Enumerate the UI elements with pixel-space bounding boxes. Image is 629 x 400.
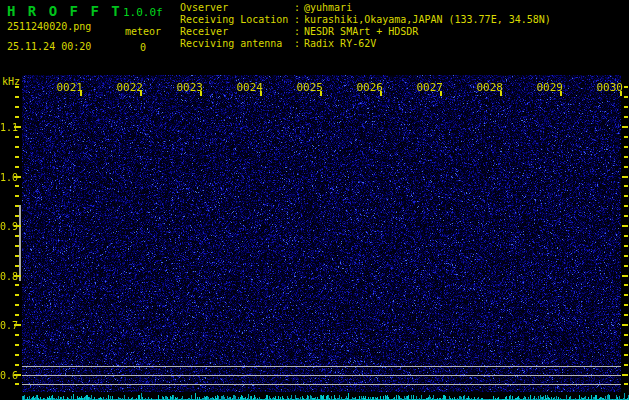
- y-minor-tick-left: [15, 344, 19, 346]
- y-minor-tick-left: [15, 146, 19, 148]
- y-minor-tick-left: [15, 106, 19, 108]
- y-minor-tick-left: [15, 255, 19, 257]
- x-axis-time-label: 0027: [411, 81, 443, 94]
- station-value: Radix RY-62V: [304, 38, 376, 49]
- y-minor-tick-right: [624, 146, 628, 148]
- station-value: NESDR SMArt + HDSDR: [304, 26, 418, 37]
- y-axis-label: 0.9: [0, 221, 14, 232]
- y-minor-tick-left: [15, 116, 19, 118]
- hrofft-output-screen: H R O F F T 1.0.0f 2511240020.png 25.11.…: [0, 0, 629, 400]
- y-minor-tick-right: [624, 344, 628, 346]
- x-axis-time-label: 0030: [591, 81, 623, 94]
- y-axis-label: 1.0: [0, 172, 14, 183]
- station-row-observer: Ovserver:@yuhmari: [180, 2, 551, 14]
- spectrogram-canvas: [22, 75, 621, 392]
- y-axis-label: 1.1: [0, 122, 14, 133]
- y-minor-tick-left: [15, 215, 19, 217]
- colon-separator: :: [294, 2, 304, 13]
- capture-datetime: 25.11.24 00:20: [7, 42, 91, 52]
- x-axis-time-label: 0024: [231, 81, 263, 94]
- y-minor-tick-right: [624, 205, 628, 207]
- signal-level-meter-canvas: [22, 392, 629, 400]
- colon-separator: :: [294, 26, 304, 37]
- y-minor-tick-left: [15, 383, 19, 385]
- y-major-tick-right: [622, 324, 628, 326]
- y-major-tick-right: [622, 176, 628, 178]
- y-minor-tick-left: [15, 334, 19, 336]
- y-minor-tick-right: [624, 166, 628, 168]
- y-axis-label: 0.8: [0, 271, 14, 282]
- x-axis-time-label: 0025: [291, 81, 323, 94]
- y-minor-tick-left: [15, 185, 19, 187]
- y-major-tick-right: [622, 374, 628, 376]
- meteor-count-value: 0: [125, 43, 161, 53]
- y-minor-tick-left: [15, 96, 19, 98]
- station-row-receiver: Receiver:NESDR SMArt + HDSDR: [180, 26, 551, 38]
- x-axis-time-label: 0022: [111, 81, 143, 94]
- x-axis-time-label: 0026: [351, 81, 383, 94]
- y-minor-tick-right: [624, 255, 628, 257]
- y-minor-tick-right: [624, 294, 628, 296]
- station-value: @yuhmari: [304, 2, 352, 13]
- station-row-location: Receiving Location:kurashiki,Okayama,JAP…: [180, 14, 551, 26]
- y-minor-tick-right: [624, 195, 628, 197]
- y-minor-tick-left: [15, 354, 19, 356]
- x-axis-time-label: 0023: [171, 81, 203, 94]
- y-minor-tick-right: [624, 106, 628, 108]
- station-info: Ovserver:@yuhmari Receiving Location:kur…: [180, 2, 551, 50]
- y-minor-tick-right: [624, 334, 628, 336]
- station-value: kurashiki,Okayama,JAPAN (133.77E, 34.58N…: [304, 14, 551, 25]
- y-major-tick-right: [622, 225, 628, 227]
- y-minor-tick-left: [15, 364, 19, 366]
- y-minor-tick-left: [15, 284, 19, 286]
- y-minor-tick-right: [624, 235, 628, 237]
- y-minor-tick-right: [624, 304, 628, 306]
- y-minor-tick-right: [624, 284, 628, 286]
- y-minor-tick-left: [15, 156, 19, 158]
- colon-separator: :: [294, 14, 304, 25]
- y-minor-tick-left: [15, 294, 19, 296]
- app-version: 1.0.0f: [123, 7, 163, 18]
- y-minor-tick-left: [15, 195, 19, 197]
- y-minor-tick-left: [15, 136, 19, 138]
- y-axis-label: 0.6: [0, 370, 14, 381]
- reference-line-middle: [22, 375, 621, 376]
- reference-line-lower: [22, 384, 621, 385]
- station-label: Receiving Location: [180, 14, 294, 25]
- y-minor-tick-right: [624, 86, 628, 88]
- reference-line-upper: [22, 366, 621, 367]
- x-axis-time-label: 0028: [471, 81, 503, 94]
- station-label: Ovserver: [180, 2, 294, 13]
- y-minor-tick-left: [15, 304, 19, 306]
- station-label: Receiver: [180, 26, 294, 37]
- y-minor-tick-left: [15, 235, 19, 237]
- y-minor-tick-left: [15, 314, 19, 316]
- detection-band-marker: [19, 205, 21, 281]
- y-minor-tick-right: [624, 185, 628, 187]
- y-minor-tick-right: [624, 265, 628, 267]
- y-minor-tick-right: [624, 156, 628, 158]
- x-axis-time-label: 0029: [531, 81, 563, 94]
- y-minor-tick-right: [624, 314, 628, 316]
- y-major-tick-right: [622, 275, 628, 277]
- y-minor-tick-right: [624, 136, 628, 138]
- x-axis-time-label: 0021: [51, 81, 83, 94]
- y-minor-tick-left: [15, 166, 19, 168]
- y-axis-label: 0.7: [0, 320, 14, 331]
- y-minor-tick-left: [15, 245, 19, 247]
- y-minor-tick-right: [624, 354, 628, 356]
- app-title: H R O F F T: [7, 4, 122, 18]
- meteor-count-label: meteor: [125, 27, 161, 37]
- station-label: Recviving antenna: [180, 38, 294, 49]
- station-row-antenna: Recviving antenna:Radix RY-62V: [180, 38, 551, 50]
- y-minor-tick-right: [624, 364, 628, 366]
- y-minor-tick-right: [624, 215, 628, 217]
- y-minor-tick-left: [15, 86, 19, 88]
- y-minor-tick-right: [624, 116, 628, 118]
- y-minor-tick-left: [15, 265, 19, 267]
- y-minor-tick-right: [624, 383, 628, 385]
- capture-filename: 2511240020.png: [7, 22, 91, 32]
- colon-separator: :: [294, 38, 304, 49]
- y-major-tick-right: [622, 126, 628, 128]
- y-minor-tick-right: [624, 245, 628, 247]
